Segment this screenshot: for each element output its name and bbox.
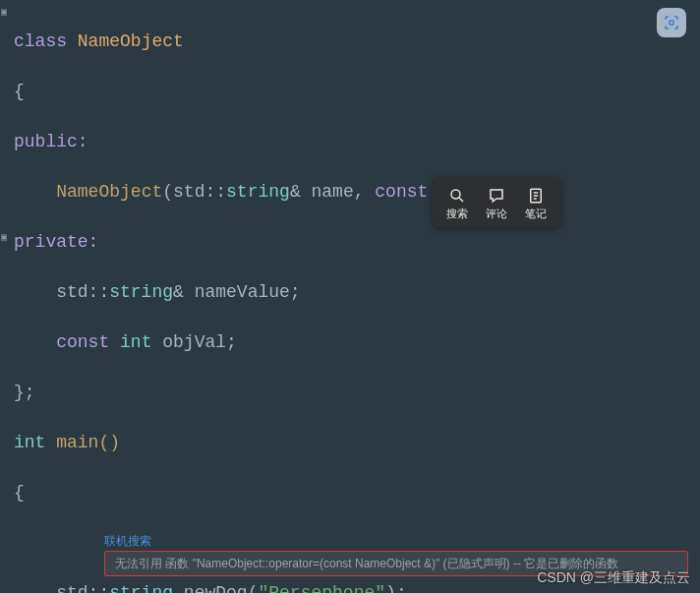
floating-toolbar: 搜索 评论 笔记 xyxy=(433,177,560,227)
class-name: NameObject xyxy=(67,31,184,51)
search-icon xyxy=(448,187,466,205)
keyword-const: const xyxy=(375,182,438,202)
brace: { xyxy=(14,82,25,101)
string-literal: "Persephone" xyxy=(258,583,385,594)
keyword-public: public: xyxy=(14,132,88,151)
comment-icon xyxy=(488,187,505,205)
text: (std:: xyxy=(162,182,226,202)
text: std:: xyxy=(14,282,109,302)
lens-icon xyxy=(663,14,680,31)
code-editor[interactable]: ▣ ▣ class NameObject { public: NameObjec… xyxy=(0,0,700,593)
type-string: string xyxy=(226,182,290,202)
text: newDog( xyxy=(173,583,258,594)
text: objVal; xyxy=(151,332,236,352)
brace: }; xyxy=(14,383,35,402)
text: & nameValue; xyxy=(173,282,301,302)
text: std:: xyxy=(14,583,109,594)
comment-button[interactable]: 评论 xyxy=(486,187,507,221)
svg-point-6 xyxy=(670,21,674,26)
comment-label: 评论 xyxy=(486,207,507,221)
search-button[interactable]: 搜索 xyxy=(446,187,468,221)
note-button[interactable]: 笔记 xyxy=(525,187,547,221)
svg-line-1 xyxy=(459,198,463,202)
note-label: 笔记 xyxy=(525,207,547,221)
constructor-name: NameObject xyxy=(56,182,162,202)
note-icon xyxy=(527,187,545,205)
text: ); xyxy=(385,583,407,594)
type-int: int xyxy=(14,433,45,452)
svg-point-0 xyxy=(451,190,460,199)
code-area[interactable]: class NameObject { public: NameObject(st… xyxy=(0,4,700,593)
watermark-text: CSDN @三维重建及点云 xyxy=(537,569,690,587)
fn-main: main() xyxy=(45,433,120,452)
type-string: string xyxy=(109,583,173,594)
search-label: 搜索 xyxy=(446,207,468,221)
keyword-const: const xyxy=(56,332,120,352)
type-int: int xyxy=(120,332,151,352)
text: & name, xyxy=(290,182,375,202)
indent xyxy=(14,182,56,202)
online-search-link[interactable]: 联机搜索 xyxy=(104,533,151,550)
keyword-class: class xyxy=(14,31,67,51)
indent xyxy=(14,332,56,352)
type-string: string xyxy=(109,282,173,302)
brace: { xyxy=(14,483,25,503)
keyword-private: private: xyxy=(14,232,98,252)
ai-lens-button[interactable] xyxy=(657,8,686,37)
